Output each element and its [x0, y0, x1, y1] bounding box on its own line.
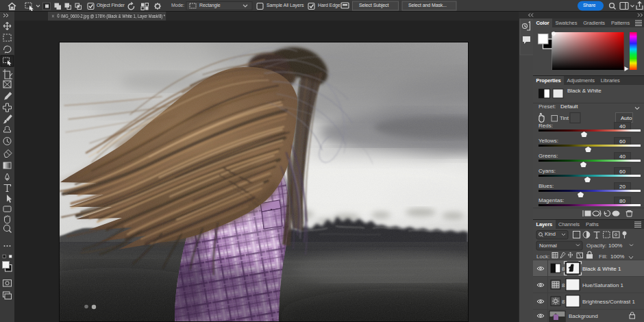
svg-text:8: 8 — [562, 299, 565, 305]
svg-text:8: 8 — [562, 282, 565, 288]
svg-text:8: 8 — [562, 266, 565, 272]
